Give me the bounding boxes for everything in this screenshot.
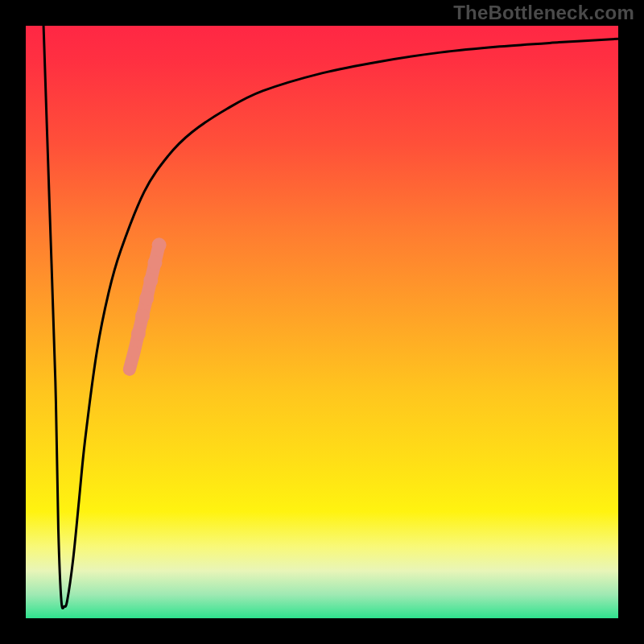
highlight-marker-dot bbox=[135, 309, 150, 324]
plot-area bbox=[26, 26, 618, 618]
highlight-marker-group bbox=[124, 237, 167, 375]
watermark-text: TheBottleneck.com bbox=[453, 2, 634, 24]
highlight-marker-dot bbox=[131, 327, 146, 341]
highlight-marker-dot bbox=[139, 291, 154, 306]
highlight-marker-dot bbox=[143, 273, 158, 287]
curve-svg bbox=[26, 26, 618, 618]
highlight-marker-dot bbox=[129, 346, 140, 357]
highlight-marker-dot bbox=[124, 364, 135, 375]
bottleneck-curve-path bbox=[43, 26, 618, 609]
chart-outer-frame: TheBottleneck.com bbox=[0, 0, 644, 644]
highlight-marker-dot bbox=[152, 237, 167, 252]
highlight-marker-dot bbox=[147, 255, 162, 270]
